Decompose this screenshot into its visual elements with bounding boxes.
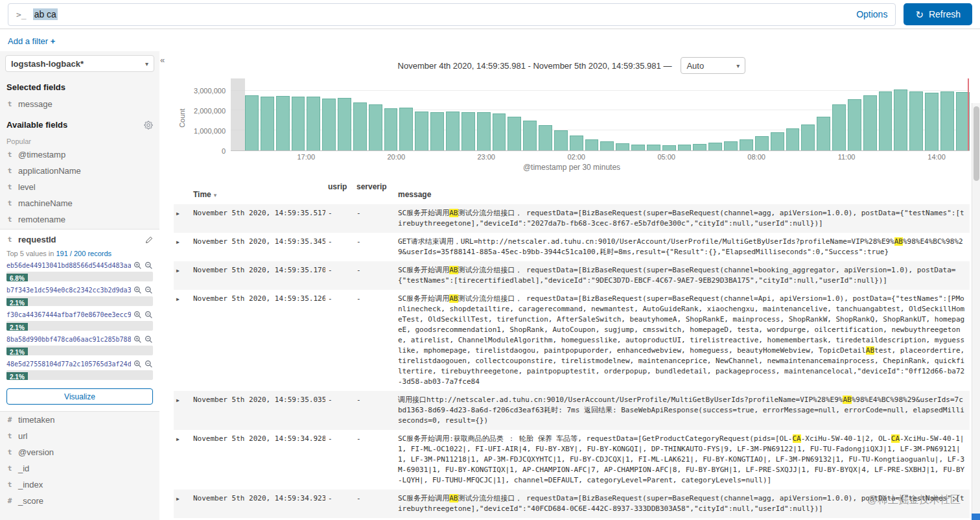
- field-edit-icon[interactable]: [145, 236, 153, 244]
- magnify-minus-icon[interactable]: [145, 261, 153, 270]
- histogram-bar[interactable]: [523, 121, 537, 150]
- records-link[interactable]: 191 / 200 records: [56, 250, 111, 257]
- histogram-bar[interactable]: [322, 99, 336, 150]
- histogram-bar[interactable]: [369, 104, 382, 150]
- table-row[interactable]: ▶ November 5th 2020, 14:59:34.923 - - SC…: [174, 490, 970, 518]
- magnify-plus-icon[interactable]: [134, 286, 142, 294]
- field-item-url[interactable]: t url: [0, 428, 159, 444]
- magnify-plus-icon[interactable]: [134, 311, 142, 319]
- expand-row-icon[interactable]: ▶: [176, 496, 180, 502]
- histogram-bar[interactable]: [461, 112, 475, 150]
- column-header-message[interactable]: message: [395, 178, 970, 204]
- gear-icon[interactable]: [144, 121, 153, 130]
- table-row[interactable]: ▶ November 5th 2020, 14:59:34.928 - - SC…: [174, 430, 970, 490]
- histogram-bar[interactable]: [848, 99, 861, 150]
- field-item-timestamp[interactable]: t @timestamp: [0, 147, 159, 163]
- histogram-bar[interactable]: [894, 89, 907, 150]
- histogram-bar[interactable]: [678, 145, 692, 150]
- histogram-bar[interactable]: [755, 136, 769, 150]
- sort-icon[interactable]: ▾: [214, 192, 217, 198]
- field-item-requestid[interactable]: t requestId: [6, 235, 153, 244]
- histogram-bar[interactable]: [832, 104, 846, 150]
- table-row[interactable]: ▶ November 5th 2020, 14:59:35.345 - - GE…: [174, 233, 970, 261]
- histogram-bar[interactable]: [446, 112, 460, 150]
- histogram-bar[interactable]: [276, 96, 290, 150]
- expand-row-icon[interactable]: ▶: [176, 211, 180, 217]
- histogram-bar[interactable]: [245, 95, 259, 150]
- column-header-time[interactable]: Time▾: [191, 178, 325, 204]
- histogram-bar[interactable]: [430, 112, 444, 150]
- histogram-bar[interactable]: [600, 141, 614, 150]
- visualize-button[interactable]: Visualize: [6, 388, 153, 405]
- table-row[interactable]: ▶ November 5th 2020, 14:59:35.126 - - SC…: [174, 290, 970, 391]
- histogram-bar[interactable]: [292, 97, 305, 150]
- expand-row-icon[interactable]: ▶: [176, 296, 180, 302]
- histogram-bar[interactable]: [631, 145, 645, 150]
- histogram-bar[interactable]: [384, 108, 398, 150]
- histogram-bar[interactable]: [616, 143, 629, 150]
- histogram-bar[interactable]: [353, 102, 367, 150]
- field-item-timetaken[interactable]: # timetaken: [0, 412, 159, 428]
- magnify-plus-icon[interactable]: [134, 335, 142, 344]
- table-row[interactable]: ▶ November 5th 2020, 14:59:35.035 - - 调用…: [174, 391, 970, 430]
- magnify-plus-icon[interactable]: [134, 261, 142, 270]
- histogram-bar[interactable]: [786, 128, 800, 150]
- field-item-applicationname[interactable]: t applicationName: [0, 163, 159, 179]
- table-row[interactable]: ▶ November 5th 2020, 14:59:35.170 - - SC…: [174, 261, 970, 290]
- histogram-bar[interactable]: [477, 112, 491, 151]
- histogram-bar[interactable]: [863, 95, 877, 150]
- histogram-bar[interactable]: [399, 108, 413, 150]
- histogram-bar[interactable]: [570, 136, 583, 150]
- field-item-machinename[interactable]: t machineName: [0, 195, 159, 211]
- histogram-bar[interactable]: [647, 145, 660, 150]
- magnify-plus-icon[interactable]: [134, 360, 142, 368]
- histogram-bar[interactable]: [740, 139, 753, 150]
- column-header-serverip[interactable]: serverip: [354, 178, 395, 204]
- histogram-bar[interactable]: [817, 117, 830, 150]
- query-text[interactable]: ab ca: [33, 9, 850, 19]
- histogram-bar[interactable]: [662, 145, 676, 150]
- histogram-bar[interactable]: [724, 141, 738, 150]
- refresh-button[interactable]: ↻ Refresh: [904, 3, 972, 25]
- expand-row-icon[interactable]: ▶: [176, 268, 180, 274]
- histogram-bar[interactable]: [585, 139, 599, 150]
- index-pattern-selector[interactable]: logstash-logback* ▾: [5, 55, 154, 72]
- field-item-index[interactable]: t _index: [0, 477, 159, 493]
- expand-row-icon[interactable]: ▶: [176, 436, 180, 442]
- interval-select[interactable]: Auto ▾: [681, 57, 745, 74]
- histogram-bar[interactable]: [338, 98, 351, 150]
- histogram-bar[interactable]: [554, 130, 568, 150]
- magnify-minus-icon[interactable]: [145, 311, 153, 319]
- column-header-usrip[interactable]: usrip: [325, 178, 354, 204]
- options-link[interactable]: Options: [856, 9, 887, 19]
- field-item-id[interactable]: t _id: [0, 460, 159, 477]
- field-item-score[interactable]: # _score: [0, 493, 159, 509]
- scrollbar-thumb[interactable]: [974, 106, 979, 181]
- field-item-message[interactable]: t message: [0, 96, 159, 112]
- add-filter-button[interactable]: Add a filter +: [8, 36, 55, 46]
- histogram-bar[interactable]: [693, 144, 706, 150]
- magnify-minus-icon[interactable]: [145, 335, 153, 344]
- histogram-bar[interactable]: [940, 91, 954, 150]
- expand-row-icon[interactable]: ▶: [176, 397, 180, 403]
- histogram-bar[interactable]: [261, 97, 274, 150]
- histogram-bar[interactable]: [909, 91, 923, 150]
- histogram-bar[interactable]: [879, 91, 892, 150]
- field-item-remotename[interactable]: t remotename: [0, 211, 159, 228]
- histogram-bar[interactable]: [801, 124, 815, 150]
- table-row[interactable]: ▶ November 5th 2020, 14:59:35.517 - - SC…: [174, 204, 970, 233]
- field-item-version[interactable]: t @version: [0, 444, 159, 460]
- collapse-sidebar-button[interactable]: «: [160, 55, 165, 65]
- field-item-level[interactable]: t level: [0, 179, 159, 195]
- magnify-minus-icon[interactable]: [145, 286, 153, 294]
- histogram-bar[interactable]: [539, 125, 552, 150]
- expand-row-icon[interactable]: ▶: [176, 239, 180, 245]
- scrollbar[interactable]: [972, 103, 980, 520]
- histogram-bar[interactable]: [493, 113, 506, 150]
- histogram-bar[interactable]: [925, 93, 939, 150]
- histogram-bar[interactable]: [415, 112, 428, 150]
- histogram-bar[interactable]: [508, 117, 521, 150]
- magnify-minus-icon[interactable]: [145, 360, 153, 368]
- histogram-bar[interactable]: [307, 97, 320, 150]
- histogram-bar[interactable]: [708, 143, 722, 150]
